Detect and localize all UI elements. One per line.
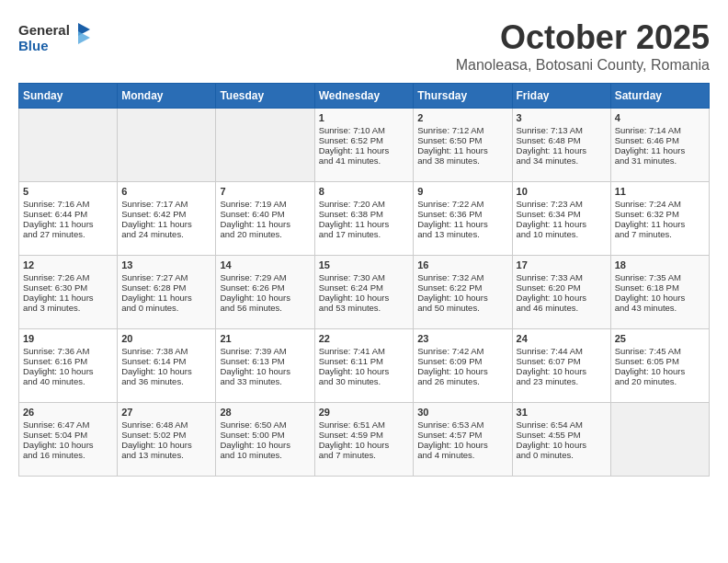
cell-text: Sunset: 5:02 PM [121,430,211,440]
cell-text: Daylight: 11 hours [615,145,705,155]
cell-text: Sunset: 6:26 PM [220,282,310,293]
day-number: 11 [615,186,705,197]
calendar-cell: 31Sunrise: 6:54 AMSunset: 4:55 PMDayligh… [512,403,610,477]
cell-text: Sunrise: 7:24 AM [615,199,705,209]
cell-text: Sunrise: 7:27 AM [121,272,211,282]
header-row: SundayMondayTuesdayWednesdayThursdayFrid… [19,84,710,109]
cell-text: Sunrise: 7:30 AM [319,272,410,282]
cell-text: Sunrise: 7:42 AM [417,346,507,356]
subtitle: Manoleasa, Botosani County, Romania [456,57,710,74]
calendar-cell: 15Sunrise: 7:30 AMSunset: 6:24 PMDayligh… [314,256,414,329]
calendar-cell: 27Sunrise: 6:48 AMSunset: 5:02 PMDayligh… [118,403,216,477]
cell-text: Sunrise: 6:47 AM [23,419,113,430]
day-number: 23 [417,333,507,344]
cell-text: Sunset: 4:57 PM [417,430,507,440]
calendar-cell: 6Sunrise: 7:17 AMSunset: 6:42 PMDaylight… [118,182,216,256]
day-number: 31 [517,407,607,418]
day-number: 29 [319,407,410,418]
cell-text: and 4 minutes. [417,450,507,460]
calendar-cell: 29Sunrise: 6:51 AMSunset: 4:59 PMDayligh… [314,403,414,477]
cell-text: and 46 minutes. [517,303,607,313]
header-sunday: Sunday [19,84,118,109]
cell-text: Daylight: 11 hours [319,145,410,155]
calendar-cell: 9Sunrise: 7:22 AMSunset: 6:36 PMDaylight… [414,182,512,256]
cell-text: Sunrise: 7:45 AM [615,346,705,356]
calendar-cell: 12Sunrise: 7:26 AMSunset: 6:30 PMDayligh… [19,256,118,329]
day-number: 4 [615,112,705,123]
cell-text: Daylight: 10 hours [417,293,507,303]
day-number: 13 [121,259,211,270]
cell-text: and 56 minutes. [220,303,310,313]
cell-text: Sunrise: 7:36 AM [23,346,113,356]
cell-text: and 7 minutes. [615,229,705,239]
calendar-cell: 23Sunrise: 7:42 AMSunset: 6:09 PMDayligh… [414,329,512,403]
calendar-cell [19,109,118,182]
header-wednesday: Wednesday [314,84,414,109]
cell-text: Daylight: 11 hours [615,219,705,229]
cell-text: Daylight: 10 hours [615,366,705,376]
header-friday: Friday [512,84,610,109]
cell-text: Daylight: 10 hours [615,293,705,303]
cell-text: Daylight: 11 hours [417,219,507,229]
day-number: 25 [615,333,705,344]
day-number: 10 [517,186,607,197]
cell-text: and 13 minutes. [417,229,507,239]
calendar-cell: 24Sunrise: 7:44 AMSunset: 6:07 PMDayligh… [512,329,610,403]
cell-text: Sunrise: 7:39 AM [220,346,310,356]
cell-text: Daylight: 10 hours [517,366,607,376]
day-number: 9 [417,186,507,197]
calendar-cell: 1Sunrise: 7:10 AMSunset: 6:52 PMDaylight… [314,109,414,182]
cell-text: Daylight: 10 hours [23,440,113,450]
cell-text: and 0 minutes. [121,303,211,313]
svg-text:Blue: Blue [18,38,49,53]
cell-text: and 10 minutes. [517,229,607,239]
calendar-cell: 17Sunrise: 7:33 AMSunset: 6:20 PMDayligh… [512,256,610,329]
cell-text: Sunrise: 6:54 AM [517,419,607,430]
cell-text: Sunrise: 7:20 AM [319,199,410,209]
cell-text: Daylight: 10 hours [121,440,211,450]
calendar-cell: 8Sunrise: 7:20 AMSunset: 6:38 PMDaylight… [314,182,414,256]
day-number: 14 [220,259,310,270]
svg-marker-3 [78,31,90,44]
calendar-cell [118,109,216,182]
cell-text: Sunset: 6:28 PM [121,282,211,293]
cell-text: and 41 minutes. [319,155,410,166]
cell-text: Sunset: 6:18 PM [615,282,705,293]
calendar-cell: 26Sunrise: 6:47 AMSunset: 5:04 PMDayligh… [19,403,118,477]
day-number: 26 [23,407,113,418]
day-number: 2 [417,112,507,123]
cell-text: Daylight: 10 hours [319,366,410,376]
cell-text: Daylight: 11 hours [121,293,211,303]
cell-text: and 30 minutes. [319,376,410,386]
cell-text: Sunset: 6:24 PM [319,282,410,293]
cell-text: Daylight: 10 hours [517,293,607,303]
cell-text: Sunset: 6:44 PM [23,209,113,219]
cell-text: Sunrise: 7:23 AM [517,199,607,209]
calendar-cell: 20Sunrise: 7:38 AMSunset: 6:14 PMDayligh… [118,329,216,403]
cell-text: Daylight: 11 hours [23,219,113,229]
day-number: 3 [517,112,607,123]
cell-text: and 24 minutes. [121,229,211,239]
title-area: October 2025 Manoleasa, Botosani County,… [456,18,710,74]
cell-text: Sunset: 6:42 PM [121,209,211,219]
day-number: 22 [319,333,410,344]
calendar-body: 1Sunrise: 7:10 AMSunset: 6:52 PMDaylight… [19,109,710,477]
cell-text: Sunset: 4:59 PM [319,430,410,440]
day-number: 6 [121,186,211,197]
cell-text: Sunset: 6:20 PM [517,282,607,293]
cell-text: Sunrise: 6:48 AM [121,419,211,430]
cell-text: Sunrise: 7:17 AM [121,199,211,209]
cell-text: Daylight: 10 hours [23,366,113,376]
day-number: 20 [121,333,211,344]
cell-text: Sunset: 6:16 PM [23,356,113,366]
calendar-cell: 7Sunrise: 7:19 AMSunset: 6:40 PMDaylight… [216,182,314,256]
calendar-cell: 25Sunrise: 7:45 AMSunset: 6:05 PMDayligh… [610,329,709,403]
cell-text: and 13 minutes. [121,450,211,460]
cell-text: Sunrise: 6:50 AM [220,419,310,430]
day-number: 12 [23,259,113,270]
week-row-1: 5Sunrise: 7:16 AMSunset: 6:44 PMDaylight… [19,182,710,256]
cell-text: Daylight: 10 hours [417,440,507,450]
cell-text: Sunset: 6:40 PM [220,209,310,219]
calendar-cell: 3Sunrise: 7:13 AMSunset: 6:48 PMDaylight… [512,109,610,182]
cell-text: Sunrise: 7:41 AM [319,346,410,356]
